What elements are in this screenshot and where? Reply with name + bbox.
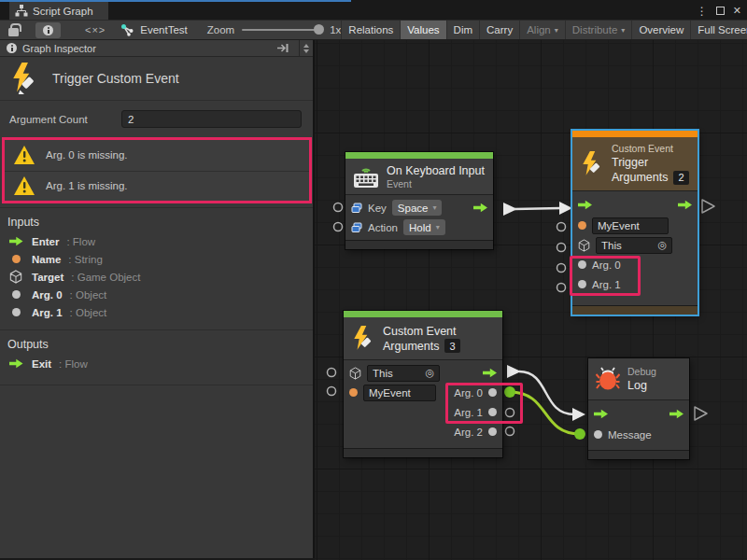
argument-count-label: Argument Count bbox=[9, 114, 88, 125]
input-item-target: Target: Game Object bbox=[0, 268, 313, 286]
dim-button[interactable]: Dim bbox=[446, 21, 479, 39]
port-trigger-exit[interactable] bbox=[702, 200, 714, 213]
zoom-slider[interactable] bbox=[242, 29, 322, 31]
output-item-exit: Exit: Flow bbox=[0, 355, 313, 372]
object-port-icon bbox=[488, 427, 497, 436]
node-caption: Custom Event bbox=[612, 143, 689, 155]
tab-script-graph[interactable]: Script Graph bbox=[9, 2, 108, 20]
info-icon-wrap bbox=[35, 22, 61, 38]
object-port-icon bbox=[12, 290, 21, 299]
event-node-color-bar bbox=[345, 152, 493, 159]
target-picker-icon[interactable]: ◎ bbox=[657, 239, 667, 251]
window-controls: ⋮ ✕ bbox=[697, 2, 741, 20]
argument-count-input[interactable] bbox=[121, 110, 302, 128]
window-menu-icon[interactable]: ⋮ bbox=[697, 5, 708, 18]
port-trigger-target[interactable] bbox=[557, 244, 566, 252]
port-trigger-name[interactable] bbox=[557, 223, 566, 231]
port-receiver-arg2-output[interactable] bbox=[506, 427, 514, 436]
node-subtitle: Event bbox=[387, 178, 485, 190]
distribute-button[interactable]: Distribute▾ bbox=[565, 21, 632, 39]
caret-down-icon: ▾ bbox=[432, 203, 436, 212]
lock-button[interactable] bbox=[0, 21, 27, 39]
tab-bar: Script Graph ⋮ ✕ bbox=[0, 2, 747, 20]
flow-arrow-icon bbox=[9, 236, 23, 246]
relations-button[interactable]: Relations bbox=[341, 21, 400, 39]
argument-count-badge: 3 bbox=[444, 339, 459, 353]
port-receiver-name[interactable] bbox=[328, 387, 336, 396]
arg2-row: Arg. 2 bbox=[344, 422, 502, 441]
bug-icon bbox=[596, 367, 620, 391]
argument-count-row: Argument Count bbox=[0, 101, 313, 138]
trigger-output-port[interactable] bbox=[483, 368, 497, 378]
overview-button[interactable]: Overview bbox=[631, 21, 690, 39]
input-item-arg0: Arg. 0: Object bbox=[0, 286, 313, 303]
target-field[interactable]: This◎ bbox=[596, 237, 672, 254]
object-port-icon bbox=[488, 408, 497, 416]
graph-name-label: EventTest bbox=[140, 24, 188, 35]
code-icon: <×> bbox=[85, 24, 106, 35]
target-picker-icon[interactable]: ◎ bbox=[425, 367, 434, 379]
target-row: This◎ bbox=[572, 235, 698, 255]
full-screen-button[interactable]: Full Screen bbox=[690, 21, 747, 39]
string-port-icon bbox=[578, 221, 586, 230]
event-name-field[interactable]: MyEvent bbox=[363, 385, 436, 401]
exit-output-port[interactable] bbox=[678, 200, 692, 210]
connected-port-arg0-output[interactable] bbox=[504, 386, 515, 398]
node-debug-log[interactable]: Debug Log Message bbox=[588, 358, 689, 459]
trigger-output-port[interactable] bbox=[473, 203, 487, 213]
flow-wire-end-arrow bbox=[572, 408, 585, 421]
node-title: Custom Event bbox=[383, 324, 460, 339]
panel-spinner[interactable] bbox=[299, 40, 313, 56]
dock-panel-icon[interactable] bbox=[276, 43, 289, 53]
inspector-toggle-button[interactable] bbox=[27, 21, 69, 39]
graph-inspector-panel: Graph Inspector Trigger Custom Event Arg… bbox=[0, 40, 315, 558]
node-title-line2: Arguments bbox=[612, 170, 668, 185]
target-field[interactable]: This◎ bbox=[367, 365, 440, 382]
port-debug-exit[interactable] bbox=[695, 407, 707, 420]
graph-breadcrumb[interactable]: EventTest bbox=[114, 21, 194, 39]
node-trigger-custom-event[interactable]: Custom Event Trigger Arguments 2 MyEvent bbox=[572, 131, 698, 315]
port-trigger-arg1[interactable] bbox=[557, 284, 566, 292]
values-button[interactable]: Values bbox=[400, 21, 445, 39]
node-on-keyboard-input[interactable]: On Keyboard Input Event Key Space▾ bbox=[345, 152, 493, 249]
key-dropdown[interactable]: Space▾ bbox=[392, 200, 443, 216]
enter-input-port[interactable] bbox=[594, 409, 608, 419]
port-trigger-arg0[interactable] bbox=[557, 264, 566, 273]
script-graph-asset-icon bbox=[120, 24, 134, 36]
close-icon[interactable]: ✕ bbox=[733, 5, 741, 17]
argument-count-badge: 2 bbox=[673, 171, 688, 185]
zoom-control: Zoom 1x bbox=[207, 24, 342, 35]
graph-canvas[interactable]: On Keyboard Input Event Key Space▾ bbox=[315, 40, 747, 560]
tab-label: Script Graph bbox=[33, 6, 93, 17]
action-dropdown[interactable]: Hold▾ bbox=[403, 219, 445, 235]
toolbar-view-buttons: Relations Values Dim Carry Align▾ Distri… bbox=[341, 21, 747, 39]
object-port-icon bbox=[12, 308, 21, 316]
custom-event-icon bbox=[580, 151, 604, 177]
carry-button[interactable]: Carry bbox=[479, 21, 519, 39]
align-button[interactable]: Align▾ bbox=[519, 21, 565, 39]
node-footer bbox=[572, 305, 698, 315]
outputs-section: Outputs Exit: Flow bbox=[0, 330, 313, 372]
port-receiver-target[interactable] bbox=[328, 369, 336, 377]
port-receiver-arg1-output[interactable] bbox=[506, 409, 514, 417]
zoom-slider-knob[interactable] bbox=[314, 24, 324, 35]
connected-port-message-input[interactable] bbox=[574, 428, 585, 440]
flow-wire-source-arrow bbox=[507, 365, 521, 378]
csharp-preview-button[interactable]: <×> bbox=[77, 21, 114, 39]
flow-wire-keyboard-to-trigger bbox=[514, 208, 561, 209]
string-port-icon bbox=[12, 255, 21, 263]
warning-icon bbox=[14, 146, 35, 164]
input-item-arg1: Arg. 1: Object bbox=[0, 303, 313, 321]
enter-input-port[interactable] bbox=[578, 200, 592, 210]
node-custom-event[interactable]: Custom Event Arguments 3 This◎ bbox=[344, 311, 502, 457]
warnings-annotation-box: Arg. 0 is missing. Arg. 1 is missing. bbox=[2, 137, 312, 203]
node-footer bbox=[588, 450, 689, 459]
exit-output-port[interactable] bbox=[669, 409, 684, 419]
maximize-icon[interactable] bbox=[716, 7, 725, 15]
port-keyboard-key[interactable] bbox=[334, 203, 343, 212]
object-port-icon bbox=[578, 280, 586, 288]
custom-event-icon bbox=[351, 326, 375, 352]
event-name-field[interactable]: MyEvent bbox=[592, 217, 669, 234]
spinner-up-icon bbox=[303, 44, 309, 48]
port-keyboard-action[interactable] bbox=[334, 223, 343, 231]
